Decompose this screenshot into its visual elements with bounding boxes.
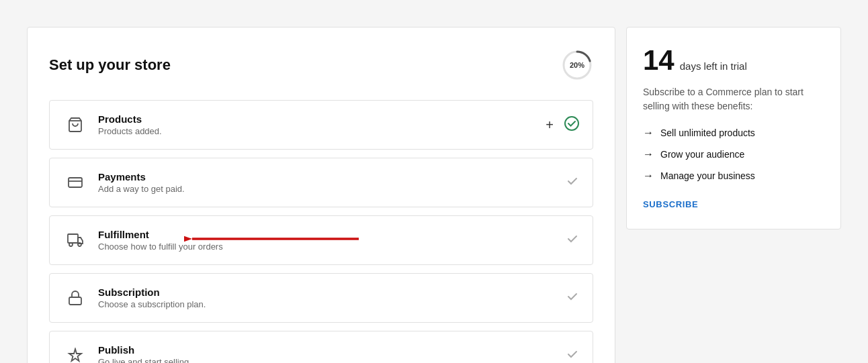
step-content-products: Products Products added. — [98, 113, 546, 136]
check-icon-products — [564, 116, 579, 134]
page-title: Set up your store — [49, 56, 171, 74]
side-card: 14 days left in trial Subscribe to a Com… — [626, 27, 841, 229]
step-subtitle-subscription: Choose a subscription plan. — [98, 299, 566, 309]
step-content-payments: Payments Add a way to get paid. — [98, 171, 566, 194]
step-title-subscription: Subscription — [98, 287, 566, 298]
step-subtitle-payments: Add a way to get paid. — [98, 184, 566, 194]
add-icon-products[interactable]: + — [546, 117, 554, 133]
main-card-header: Set up your store 20% — [49, 49, 593, 81]
svg-rect-4 — [69, 178, 82, 187]
benefit-item-1: → Grow your audience — [643, 148, 824, 160]
check-icon-payments — [566, 174, 579, 191]
step-title-publish: Publish — [98, 344, 566, 356]
page-wrapper: Set up your store 20% — [13, 13, 855, 363]
step-actions-subscription — [566, 290, 579, 306]
lock-icon — [63, 286, 87, 310]
subscribe-button[interactable]: SUBSCRIBE — [643, 199, 698, 209]
svg-point-3 — [565, 117, 578, 130]
benefit-arrow-1: → — [643, 148, 654, 160]
step-subtitle-fulfillment: Choose how to fulfill your orders — [98, 242, 566, 252]
step-actions-products: + — [546, 116, 579, 134]
trial-header: 14 days left in trial — [643, 46, 824, 74]
step-list: Products Products added. + — [49, 100, 593, 363]
step-actions-publish — [566, 348, 579, 363]
step-title-payments: Payments — [98, 171, 566, 183]
progress-circle: 20% — [561, 49, 593, 81]
progress-label: 20% — [570, 61, 584, 69]
trial-description: Subscribe to a Commerce plan to start se… — [643, 85, 824, 113]
step-title-products: Products — [98, 113, 546, 125]
step-content-publish: Publish Go live and start selling. — [98, 344, 566, 363]
step-subtitle-publish: Go live and start selling. — [98, 357, 566, 363]
benefit-text-0: Sell unlimited products — [660, 127, 755, 138]
main-card: Set up your store 20% — [27, 27, 615, 363]
benefit-arrow-2: → — [643, 170, 654, 182]
trial-label: days left in trial — [680, 60, 747, 72]
cart-icon — [63, 113, 87, 137]
step-actions-payments — [566, 174, 579, 191]
trial-days: 14 — [643, 46, 675, 74]
step-item-products[interactable]: Products Products added. + — [49, 100, 593, 150]
step-actions-fulfillment — [566, 232, 579, 248]
step-subtitle-products: Products added. — [98, 126, 546, 136]
payment-icon — [63, 170, 87, 195]
benefit-item-0: → Sell unlimited products — [643, 127, 824, 139]
benefit-arrow-0: → — [643, 127, 654, 139]
benefit-text-1: Grow your audience — [660, 149, 744, 160]
step-item-payments[interactable]: Payments Add a way to get paid. — [49, 158, 593, 207]
check-icon-publish — [566, 348, 579, 363]
svg-rect-6 — [68, 234, 78, 243]
check-icon-subscription — [566, 290, 579, 306]
step-content-subscription: Subscription Choose a subscription plan. — [98, 287, 566, 309]
benefits-list: → Sell unlimited products → Grow your au… — [643, 127, 824, 182]
check-icon-fulfillment — [566, 232, 579, 248]
truck-icon — [63, 228, 87, 252]
sparkle-icon — [63, 344, 87, 363]
step-title-fulfillment: Fulfillment — [98, 229, 566, 240]
benefit-item-2: → Manage your business — [643, 170, 824, 182]
step-item-publish[interactable]: Publish Go live and start selling. — [49, 331, 593, 363]
step-item-subscription[interactable]: Subscription Choose a subscription plan. — [49, 273, 593, 323]
svg-point-8 — [78, 243, 81, 246]
step-content-fulfillment: Fulfillment Choose how to fulfill your o… — [98, 229, 566, 252]
step-item-fulfillment[interactable]: Fulfillment Choose how to fulfill your o… — [49, 215, 593, 265]
svg-point-7 — [69, 243, 73, 246]
svg-rect-11 — [69, 297, 81, 305]
benefit-text-2: Manage your business — [660, 170, 755, 181]
